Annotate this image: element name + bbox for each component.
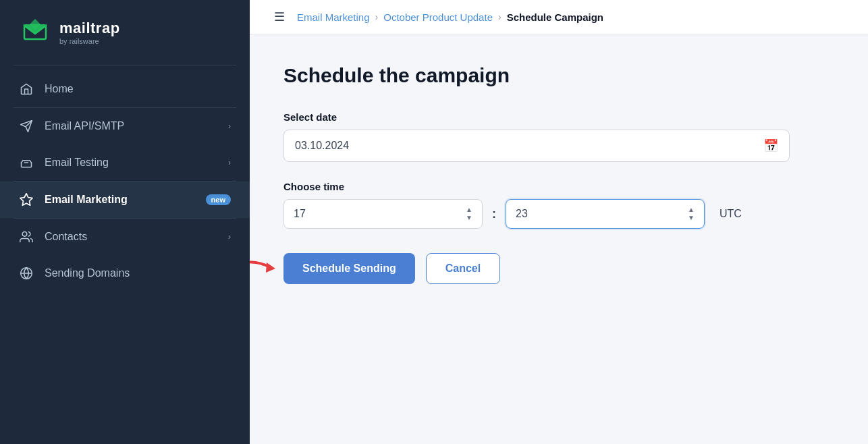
sidebar: mailtrap by railsware Home <box>0 0 250 444</box>
hamburger-icon[interactable]: ☰ <box>274 9 285 24</box>
cancel-button[interactable]: Cancel <box>426 253 500 284</box>
sidebar-item-email-api-smtp[interactable]: Email API/SMTP › <box>0 108 250 144</box>
chevron-right-icon: › <box>228 121 231 131</box>
sidebar-item-contacts[interactable]: Contacts › <box>0 219 250 255</box>
time-field-group: Choose time 17 ▲ ▼ : 23 ▲ ▼ <box>283 181 834 229</box>
sidebar-nav: Home Email API/SMTP › Ema <box>0 65 250 297</box>
new-badge: new <box>206 194 231 205</box>
sidebar-item-sending-domains[interactable]: Sending Domains <box>0 255 250 292</box>
button-row: Schedule Sending Cancel <box>283 253 834 284</box>
hour-down-arrow[interactable]: ▼ <box>466 215 472 221</box>
sidebar-item-email-marketing[interactable]: Email Marketing new <box>0 182 250 218</box>
hour-arrows[interactable]: ▲ ▼ <box>466 206 472 221</box>
home-label: Home <box>45 83 231 95</box>
date-value: 03.10.2024 <box>295 140 349 152</box>
minute-spinner[interactable]: 23 ▲ ▼ <box>506 199 705 229</box>
breadcrumb-email-marketing[interactable]: Email Marketing <box>297 11 370 23</box>
schedule-sending-button[interactable]: Schedule Sending <box>283 253 415 284</box>
svg-point-4 <box>22 232 27 237</box>
time-label: Choose time <box>283 181 834 192</box>
email-marketing-label: Email Marketing <box>45 194 192 206</box>
minute-value: 23 <box>516 208 528 220</box>
home-icon <box>19 82 34 96</box>
logo-name: mailtrap <box>59 20 120 37</box>
globe-icon <box>19 266 34 281</box>
minute-arrows[interactable]: ▲ ▼ <box>688 206 695 221</box>
page-title: Schedule the campaign <box>283 64 834 87</box>
main-content: ☰ Email Marketing › October Product Upda… <box>250 0 868 444</box>
breadcrumb: Email Marketing › October Product Update… <box>297 11 603 23</box>
chevron-right-icon-2: › <box>228 158 231 167</box>
date-field-group: Select date 03.10.2024 📅 <box>283 111 834 162</box>
minute-down-arrow[interactable]: ▼ <box>688 215 695 221</box>
sending-domains-label: Sending Domains <box>45 267 231 279</box>
arrow-annotation <box>250 250 290 287</box>
email-testing-label: Email Testing <box>45 157 217 169</box>
sidebar-item-email-testing[interactable]: Email Testing › <box>0 144 250 181</box>
calendar-icon: 📅 <box>763 138 778 153</box>
logo-text: mailtrap by railsware <box>59 20 120 45</box>
logo-sub: by railsware <box>59 37 120 45</box>
contacts-label: Contacts <box>45 231 217 243</box>
logo-area: mailtrap by railsware <box>0 0 250 65</box>
minute-up-arrow[interactable]: ▲ <box>688 206 695 213</box>
inbox-icon <box>19 155 34 170</box>
date-input[interactable]: 03.10.2024 📅 <box>283 130 790 162</box>
time-colon: : <box>492 207 496 221</box>
breadcrumb-october-update[interactable]: October Product Update <box>383 11 493 23</box>
breadcrumb-current: Schedule Campaign <box>507 11 603 23</box>
timezone-label: UTC <box>720 208 742 220</box>
users-icon <box>19 229 34 244</box>
hour-up-arrow[interactable]: ▲ <box>466 206 472 213</box>
date-label: Select date <box>283 111 834 123</box>
email-api-smtp-label: Email API/SMTP <box>45 120 217 132</box>
sidebar-item-home[interactable]: Home <box>0 71 250 107</box>
send-icon <box>19 119 34 134</box>
star-icon <box>19 192 34 207</box>
chevron-right-icon-3: › <box>228 232 231 242</box>
topbar: ☰ Email Marketing › October Product Upda… <box>250 0 868 34</box>
svg-marker-3 <box>20 194 32 205</box>
time-row: 17 ▲ ▼ : 23 ▲ ▼ UTC <box>283 199 834 229</box>
breadcrumb-sep-1: › <box>375 11 379 22</box>
hour-value: 17 <box>294 208 306 220</box>
page-body: Schedule the campaign Select date 03.10.… <box>250 34 868 444</box>
svg-marker-7 <box>266 262 275 273</box>
hour-spinner[interactable]: 17 ▲ ▼ <box>283 199 483 229</box>
breadcrumb-sep-2: › <box>498 11 501 22</box>
logo-icon <box>19 15 51 50</box>
schedule-form: Select date 03.10.2024 📅 Choose time 17 … <box>283 111 834 284</box>
